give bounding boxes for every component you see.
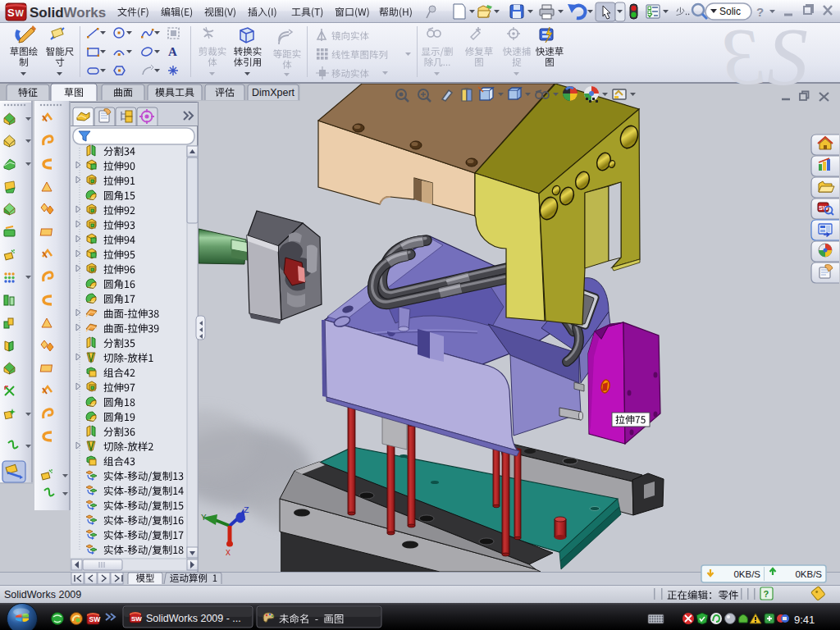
svg-text:A: A <box>168 45 177 58</box>
svg-text:SolidWorks: SolidWorks <box>30 5 106 21</box>
svg-text:DimXpert: DimXpert <box>252 87 295 98</box>
svg-text:0KB/S: 0KB/S <box>795 569 822 579</box>
svg-text:SW: SW <box>131 615 142 623</box>
svg-text:3: 3 <box>722 11 764 102</box>
svg-text:S: S <box>767 11 808 102</box>
svg-text:0KB/S: 0KB/S <box>733 569 760 579</box>
svg-text:SolidWorks 2009 - ...: SolidWorks 2009 - ... <box>146 613 241 624</box>
svg-text:W: W <box>16 8 25 18</box>
svg-text:SW: SW <box>819 204 829 212</box>
svg-text:9:41: 9:41 <box>794 614 815 626</box>
svg-text:S: S <box>7 7 15 19</box>
svg-text:SolidWorks 2009: SolidWorks 2009 <box>4 589 81 600</box>
svg-text:SW: SW <box>89 615 102 623</box>
svg-text:?: ? <box>764 589 769 599</box>
